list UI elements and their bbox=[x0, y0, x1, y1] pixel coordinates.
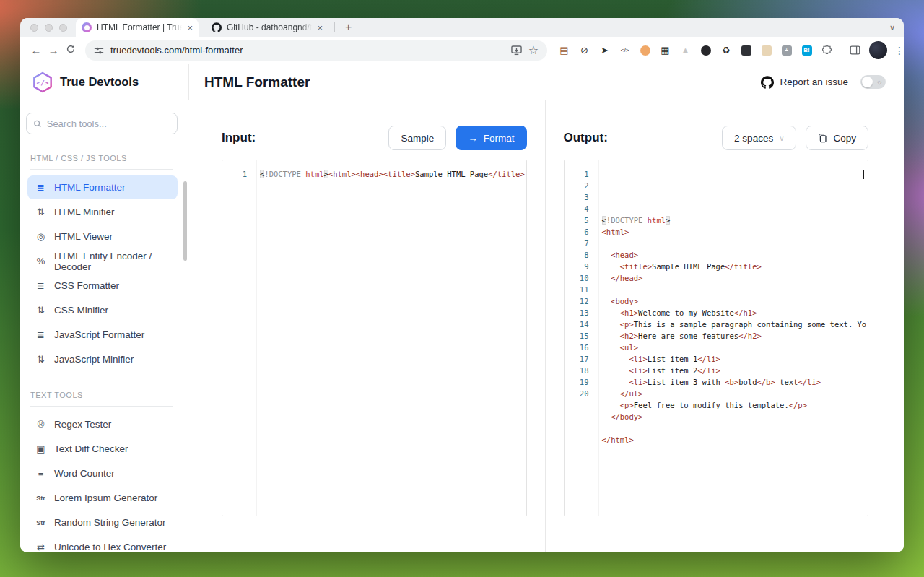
sun-icon: ☼ bbox=[876, 77, 883, 87]
mountain-extension-icon[interactable]: ▲ bbox=[679, 44, 692, 56]
section-label: HTML / CSS / JS TOOLS bbox=[30, 154, 178, 162]
dark-app-extension-icon[interactable] bbox=[740, 44, 752, 56]
sidebar-item-html-entity-encoder-decoder[interactable]: %HTML Entity Encoder / Decoder bbox=[27, 249, 178, 273]
pin-extension-icon[interactable]: ➤ bbox=[598, 44, 611, 56]
output-code[interactable]: <!DOCTYPE html><html> <head> <title>Samp… bbox=[599, 160, 868, 516]
string-icon: Str bbox=[35, 495, 47, 502]
percent-icon: % bbox=[35, 256, 47, 266]
code-line: </head> bbox=[602, 272, 868, 284]
sidebar-item-javascript-formatter[interactable]: ≣JavaScript Formatter bbox=[27, 323, 178, 347]
line-number: 10 bbox=[565, 272, 589, 284]
side-panel-icon[interactable] bbox=[849, 44, 861, 56]
screenshot-extension-icon[interactable]: + bbox=[780, 44, 793, 56]
sidebar-item-label: HTML Entity Encoder / Decoder bbox=[54, 251, 170, 272]
sidebar-item-javascript-minifier[interactable]: ⇅JavaScript Minifier bbox=[27, 347, 178, 371]
tab-github[interactable]: GitHub - dathoangnd/truedev × bbox=[206, 18, 328, 37]
theme-toggle[interactable]: ☼ bbox=[860, 75, 886, 89]
indent-select[interactable]: 2 spaces ∨ bbox=[722, 126, 796, 150]
close-tab-icon[interactable]: × bbox=[317, 23, 323, 32]
sidebar-item-regex-tester[interactable]: ®Regex Tester bbox=[27, 412, 178, 436]
line-number: 14 bbox=[565, 318, 589, 330]
zoom-window-button[interactable] bbox=[59, 24, 67, 32]
tab-strip: HTML Formatter | True Devto × GitHub - d… bbox=[20, 18, 904, 37]
line-number: 20 bbox=[565, 388, 589, 399]
browser-toolbar: ← → truedevtools.com/html-formatter ☆ ▤⊘… bbox=[20, 37, 904, 64]
code-line bbox=[602, 284, 868, 295]
input-panel: Input: Sample → Format 1 <!DOCTYPE html>… bbox=[189, 100, 545, 552]
line-number: 1 bbox=[222, 168, 247, 180]
input-code[interactable]: <!DOCTYPE html><html><head><title>Sample… bbox=[257, 160, 526, 516]
reader-extension-icon[interactable]: ▤ bbox=[558, 44, 570, 56]
search-box[interactable] bbox=[26, 113, 178, 134]
line-number: 18 bbox=[565, 365, 589, 376]
code-line: <p>Feel free to modify this template.</p… bbox=[602, 399, 868, 411]
extensions-row: ▤⊘➤</>▦▲♻+B! bbox=[558, 44, 813, 56]
brand[interactable]: </> True Devtools bbox=[20, 64, 189, 100]
tab-search-button[interactable]: ∨ bbox=[889, 18, 895, 37]
code-extension-icon[interactable]: </> bbox=[619, 44, 631, 56]
output-editor[interactable]: 1234567891011121314151617181920 <!DOCTYP… bbox=[564, 160, 869, 516]
minimize-window-button[interactable] bbox=[45, 24, 53, 32]
page-title: HTML Formatter bbox=[204, 74, 310, 90]
sidebar-item-html-formatter[interactable]: ≣HTML Formatter bbox=[27, 175, 178, 199]
sidebar-item-lorem-ipsum-generator[interactable]: StrLorem Ipsum Generator bbox=[27, 486, 178, 510]
hatena-bookmark-icon[interactable]: B! bbox=[801, 44, 813, 56]
input-editor[interactable]: 1 <!DOCTYPE html><html><head><title>Samp… bbox=[222, 160, 527, 516]
code-line: </html> bbox=[602, 434, 868, 446]
format-button[interactable]: → Format bbox=[456, 126, 526, 150]
tab-html-formatter[interactable]: HTML Formatter | True Devto × bbox=[76, 18, 199, 37]
sidebar-scrollbar[interactable] bbox=[183, 181, 187, 261]
menu-kebab-icon[interactable]: ⋮ bbox=[894, 45, 904, 56]
code-line: <p>This is a sample paragraph containing… bbox=[602, 318, 868, 330]
line-number: 8 bbox=[565, 249, 589, 261]
address-bar[interactable]: truedevtools.com/html-formatter ☆ bbox=[85, 40, 547, 61]
site-header: </> True Devtools HTML Formatter Report … bbox=[20, 64, 904, 100]
site-settings-icon[interactable] bbox=[94, 45, 104, 56]
sidebar-item-label: HTML Formatter bbox=[54, 182, 126, 193]
emoji-extension-icon[interactable] bbox=[639, 44, 651, 56]
close-window-button[interactable] bbox=[30, 24, 38, 32]
url-text[interactable]: truedevtools.com/html-formatter bbox=[110, 45, 243, 56]
recycle-extension-icon[interactable]: ♻ bbox=[720, 44, 732, 56]
sidebar-item-css-formatter[interactable]: ≣CSS Formatter bbox=[27, 274, 178, 298]
sidebar-item-word-counter[interactable]: ≡Word Counter bbox=[27, 461, 178, 485]
tab-title: HTML Formatter | True Devto bbox=[97, 22, 182, 32]
line-number: 6 bbox=[565, 226, 589, 238]
report-issue-link[interactable]: Report an issue bbox=[761, 76, 848, 89]
page: </> True Devtools HTML Formatter Report … bbox=[20, 64, 904, 552]
blocker-extension-icon[interactable]: ⊘ bbox=[578, 44, 590, 56]
profile-avatar[interactable] bbox=[869, 41, 887, 59]
panda-extension-icon[interactable] bbox=[699, 44, 712, 56]
code-line: <html> bbox=[602, 226, 868, 238]
sidebar-item-html-minifier[interactable]: ⇅HTML Minifier bbox=[27, 200, 178, 224]
code-line: <!DOCTYPE html><html><head><title>Sample… bbox=[260, 168, 526, 180]
close-tab-icon[interactable]: × bbox=[187, 23, 193, 32]
sidebar-item-css-minifier[interactable]: ⇅CSS Minifier bbox=[27, 298, 178, 322]
copy-button[interactable]: Copy bbox=[806, 126, 868, 150]
sidebar-item-label: HTML Minifier bbox=[54, 207, 115, 217]
truedevtools-favicon bbox=[82, 22, 92, 32]
search-input[interactable] bbox=[47, 118, 170, 129]
extensions-puzzle-icon[interactable] bbox=[821, 44, 833, 56]
sidebar-item-unicode-to-hex-converter[interactable]: ⇄Unicode to Hex Converter bbox=[27, 535, 178, 552]
archive-extension-icon[interactable]: ▦ bbox=[659, 44, 671, 56]
sidebar-item-label: JavaScript Minifier bbox=[54, 354, 134, 365]
bookmark-star-icon[interactable]: ☆ bbox=[528, 43, 539, 57]
sidebar-item-random-string-generator[interactable]: StrRandom String Generator bbox=[27, 511, 178, 534]
list-icon: ≡ bbox=[35, 468, 47, 479]
back-icon[interactable]: ← bbox=[27, 44, 45, 56]
minify-icon: ⇅ bbox=[35, 354, 47, 365]
section-divider bbox=[30, 406, 173, 407]
new-tab-button[interactable]: + bbox=[342, 21, 354, 34]
notes-extension-icon[interactable] bbox=[760, 44, 772, 56]
code-line bbox=[602, 422, 868, 434]
input-line-numbers: 1 bbox=[222, 160, 257, 516]
install-app-icon[interactable] bbox=[511, 45, 522, 56]
forward-icon[interactable]: → bbox=[45, 44, 62, 56]
sidebar-item-text-diff-checker[interactable]: ▣Text Diff Checker bbox=[27, 437, 178, 461]
sidebar-item-html-viewer[interactable]: ◎HTML Viewer bbox=[27, 225, 178, 248]
sample-button[interactable]: Sample bbox=[388, 126, 446, 150]
reload-icon[interactable] bbox=[62, 44, 79, 56]
line-number: 11 bbox=[565, 284, 589, 295]
format-icon: ≣ bbox=[35, 182, 47, 193]
